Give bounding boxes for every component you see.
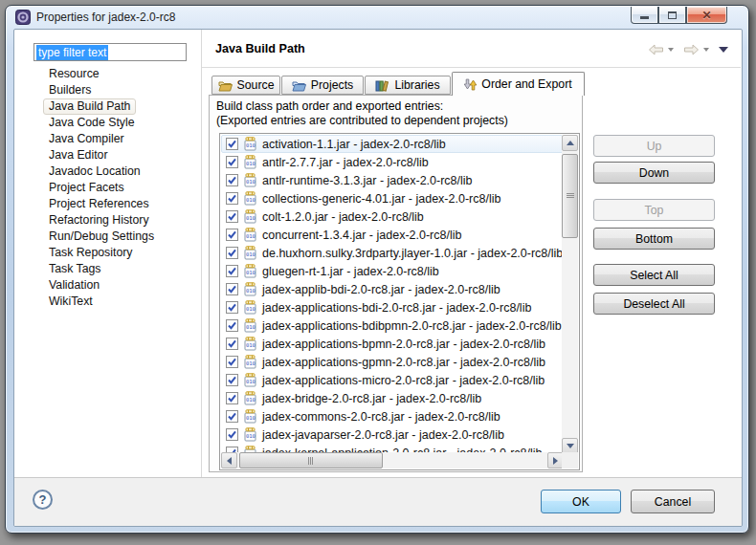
entry-checkbox[interactable] bbox=[226, 156, 238, 168]
classpath-entry-row[interactable]: 010 concurrent-1.3.4.jar - jadex-2.0-rc8… bbox=[221, 226, 564, 244]
select-all-button[interactable]: Select All bbox=[593, 264, 715, 286]
entry-checkbox[interactable] bbox=[226, 174, 238, 186]
jar-icon: 010 bbox=[244, 191, 256, 206]
classpath-entry-row[interactable]: 010 colt-1.2.0.jar - jadex-2.0-rc8/lib bbox=[221, 207, 564, 226]
entry-checkbox[interactable] bbox=[226, 283, 238, 295]
tab-libraries[interactable]: Libraries bbox=[365, 76, 451, 95]
classpath-entry-row[interactable]: 010 jadex-applications-bdibpmn-2.0-rc8.j… bbox=[221, 316, 564, 335]
sidebar-item-builders[interactable]: Builders bbox=[43, 82, 97, 98]
projects-tab-icon bbox=[292, 79, 306, 92]
down-button[interactable]: Down bbox=[593, 162, 715, 184]
entry-checkbox[interactable] bbox=[226, 265, 238, 277]
close-icon: ✕ bbox=[701, 10, 711, 21]
properties-dialog-window: Properties for jadex-2.0-rc8 ✕ type filt… bbox=[5, 5, 749, 534]
entry-checkbox[interactable] bbox=[226, 374, 238, 386]
entry-checkbox[interactable] bbox=[226, 338, 238, 350]
jar-icon: 010 bbox=[244, 427, 256, 442]
horizontal-scroll-thumb[interactable] bbox=[239, 452, 383, 469]
classpath-entry-row[interactable]: 010 jadex-applications-bpmn-2.0-rc8.jar … bbox=[221, 335, 564, 353]
help-icon: ? bbox=[39, 492, 47, 507]
tab-label: Libraries bbox=[394, 78, 439, 92]
ok-button[interactable]: OK bbox=[541, 490, 621, 513]
classpath-entry-row[interactable]: 010 jadex-applications-bdi-2.0-rc8.jar -… bbox=[221, 298, 564, 316]
order-export-tab-icon bbox=[464, 78, 477, 91]
sidebar-item-resource[interactable]: Resource bbox=[43, 66, 105, 82]
classpath-entry-row[interactable]: 010 collections-generic-4.01.jar - jadex… bbox=[221, 189, 564, 207]
view-menu-icon[interactable] bbox=[719, 47, 728, 53]
help-button[interactable]: ? bbox=[33, 490, 53, 510]
entry-checkbox[interactable] bbox=[226, 410, 238, 423]
tab-source[interactable]: Source bbox=[211, 76, 280, 95]
bottom-button[interactable]: Bottom bbox=[593, 228, 715, 250]
scrollbar-corner bbox=[562, 452, 578, 469]
entry-checkbox[interactable] bbox=[226, 247, 238, 259]
classpath-entry-row[interactable]: 010 jadex-bridge-2.0-rc8.jar - jadex-2.0… bbox=[221, 389, 564, 407]
libraries-tab-icon bbox=[375, 79, 389, 92]
classpath-entry-row[interactable]: 010 antlr-2.7.7.jar - jadex-2.0-rc8/lib bbox=[221, 153, 564, 171]
vertical-scroll-thumb[interactable] bbox=[562, 154, 578, 238]
filter-text: type filter text bbox=[36, 45, 108, 60]
sidebar-item-run-debug-settings[interactable]: Run/Debug Settings bbox=[43, 229, 160, 245]
sidebar-item-wikitext[interactable]: WikiText bbox=[43, 294, 99, 310]
sidebar-item-project-references[interactable]: Project References bbox=[43, 196, 155, 212]
classpath-entry-row[interactable]: 010 jadex-commons-2.0-rc8.jar - jadex-2.… bbox=[221, 407, 564, 425]
classpath-entry-row[interactable]: 010 jadex-applib-bdi-2.0-rc8.jar - jadex… bbox=[221, 280, 564, 298]
entry-checkbox[interactable] bbox=[226, 428, 238, 441]
svg-text:010: 010 bbox=[246, 360, 256, 366]
scroll-up-button[interactable] bbox=[562, 135, 578, 151]
sidebar-item-javadoc-location[interactable]: Javadoc Location bbox=[43, 164, 146, 180]
entry-checkbox[interactable] bbox=[226, 392, 238, 404]
back-menu-caret-icon bbox=[668, 48, 674, 52]
entry-checkbox[interactable] bbox=[226, 356, 238, 368]
jar-icon: 010 bbox=[244, 264, 256, 278]
properties-category-list: ResourceBuildersJava Build PathJava Code… bbox=[43, 66, 200, 310]
svg-text:010: 010 bbox=[246, 197, 256, 203]
tab-projects[interactable]: Projects bbox=[281, 76, 364, 95]
entry-checkbox[interactable] bbox=[226, 192, 238, 205]
classpath-entry-row[interactable]: 010 de.huxhorn.sulky.3rdparty.jlayer-1.0… bbox=[221, 244, 564, 262]
classpath-entry-row[interactable]: 010 jadex-javaparser-2.0-rc8.jar - jadex… bbox=[221, 425, 564, 444]
classpath-entry-row[interactable]: 010 gluegen-rt-1.jar - jadex-2.0-rc8/lib bbox=[221, 262, 564, 280]
back-icon bbox=[648, 44, 664, 55]
source-tab-icon bbox=[218, 79, 233, 92]
sidebar-item-java-build-path[interactable]: Java Build Path bbox=[43, 98, 136, 115]
svg-text:010: 010 bbox=[246, 288, 256, 294]
horizontal-scrollbar[interactable] bbox=[221, 452, 564, 469]
sidebar-item-task-repository[interactable]: Task Repository bbox=[43, 245, 138, 261]
jar-icon: 010 bbox=[244, 173, 256, 187]
entry-checkbox[interactable] bbox=[226, 319, 238, 332]
classpath-entry-row[interactable]: 010 jadex-applications-gpmn-2.0-rc8.jar … bbox=[221, 353, 564, 371]
jar-icon: 010 bbox=[244, 228, 256, 242]
classpath-entry-row[interactable]: 010 antlr-runtime-3.1.3.jar - jadex-2.0-… bbox=[221, 171, 564, 189]
sidebar-item-refactoring-history[interactable]: Refactoring History bbox=[43, 212, 155, 229]
svg-text:010: 010 bbox=[246, 324, 256, 330]
entry-label: jadex-applications-gpmn-2.0-rc8.jar - ja… bbox=[262, 356, 545, 369]
entry-checkbox[interactable] bbox=[226, 301, 238, 314]
filter-input[interactable]: type filter text bbox=[33, 43, 187, 61]
sidebar-item-java-code-style[interactable]: Java Code Style bbox=[43, 115, 141, 131]
entry-checkbox[interactable] bbox=[226, 138, 238, 150]
classpath-entry-row[interactable]: 010 activation-1.1.jar - jadex-2.0-rc8/l… bbox=[221, 135, 564, 153]
minimize-icon bbox=[640, 16, 649, 19]
entry-label: antlr-2.7.7.jar - jadex-2.0-rc8/lib bbox=[262, 156, 429, 169]
sidebar-item-java-editor[interactable]: Java Editor bbox=[43, 147, 114, 164]
vertical-scrollbar[interactable] bbox=[562, 135, 578, 454]
entry-checkbox[interactable] bbox=[226, 210, 238, 223]
scroll-left-button[interactable] bbox=[221, 452, 237, 469]
sidebar-item-validation[interactable]: Validation bbox=[43, 277, 105, 294]
classpath-entry-row[interactable]: 010 jadex-applications-micro-2.0-rc8.jar… bbox=[221, 371, 564, 389]
deselect-all-button[interactable]: Deselect All bbox=[593, 293, 715, 315]
button-bar: ? OK Cancel bbox=[14, 478, 742, 526]
cancel-button[interactable]: Cancel bbox=[631, 490, 715, 513]
entry-label: antlr-runtime-3.1.3.jar - jadex-2.0-rc8/… bbox=[262, 174, 473, 187]
close-button[interactable]: ✕ bbox=[686, 7, 727, 24]
minimize-button[interactable] bbox=[631, 7, 658, 24]
sidebar-item-task-tags[interactable]: Task Tags bbox=[43, 261, 106, 277]
maximize-button[interactable] bbox=[658, 7, 686, 24]
entry-checkbox[interactable] bbox=[226, 229, 238, 241]
arrow-left-icon bbox=[227, 457, 232, 465]
sidebar-item-java-compiler[interactable]: Java Compiler bbox=[43, 131, 130, 147]
sidebar-item-project-facets[interactable]: Project Facets bbox=[43, 180, 130, 196]
tab-order-and-export[interactable]: Order and Export bbox=[452, 72, 585, 96]
caption-buttons: ✕ bbox=[631, 7, 727, 24]
